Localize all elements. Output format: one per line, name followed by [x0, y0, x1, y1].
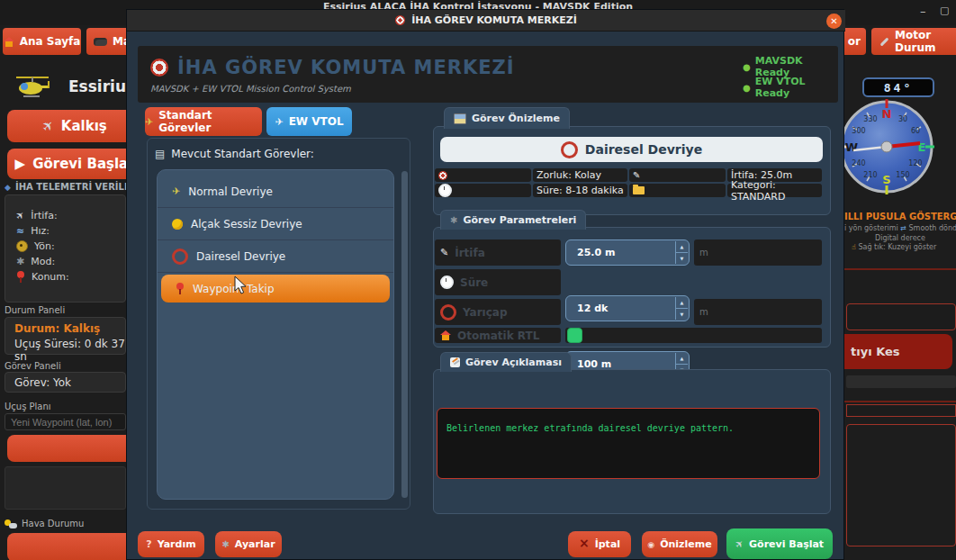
hava-durumu-button[interactable]: [7, 533, 142, 560]
x-icon: [579, 538, 590, 550]
plane-icon: [172, 185, 180, 197]
param-yaricap-unit: m: [694, 299, 822, 325]
iptal-button[interactable]: İptal: [568, 531, 631, 557]
mission-list-groupbox: Mevcut Standart Görevler: Normal Devriye…: [147, 138, 410, 510]
compass-gauge[interactable]: 30 60 120 150 210 240 300 330 N E S W: [844, 99, 934, 194]
red-circle-icon: [440, 304, 456, 321]
durum-panel: Durum: Kalkış Uçuş Süresi: 0 dk 37 sn: [5, 317, 126, 355]
info-icon-cell: [435, 168, 531, 182]
question-icon: [146, 538, 151, 550]
info-icon-cell: [629, 168, 726, 182]
green-dot-icon: [743, 62, 751, 72]
play-icon: [15, 156, 26, 172]
nav-motor-durum-button[interactable]: Motor Durum: [871, 28, 956, 55]
maximize-icon[interactable]: ▢: [940, 5, 949, 16]
compass-icon: [16, 240, 28, 252]
compass-hub: [881, 141, 892, 152]
modal-header: İHA GÖREV KOMUTA MERKEZİ MAVSDK + EW VTO…: [138, 46, 838, 103]
spin-up-icon[interactable]: ▲: [676, 241, 688, 253]
shush-icon: [172, 219, 183, 230]
bg-red-box-3: [846, 424, 956, 546]
mouse-cursor: [234, 275, 248, 295]
nav-motor-durum-label: Motor Durum: [895, 29, 956, 54]
description-textarea[interactable]: Belirlenen merkez etrafında dairesel dev…: [437, 408, 820, 479]
picture-icon: [454, 113, 466, 124]
param-sure-spinner[interactable]: 12 dk ▲▼: [565, 295, 690, 321]
param-label-irtifa: İrtifa: [435, 239, 561, 266]
sidebar-gorevi-baslat-button[interactable]: Görevi Başlat: [7, 149, 142, 179]
mission-item-alcak-sessiz[interactable]: Alçak Sessiz Devriye: [158, 208, 393, 240]
spin-down-icon[interactable]: ▼: [676, 253, 688, 264]
info-icon-cell: [435, 184, 531, 197]
param-label-rtl: Otomatik RTL: [435, 328, 561, 343]
modal-titlebar[interactable]: İHA GÖREV KOMUTA MERKEZİ: [127, 10, 845, 32]
pin-icon: [176, 283, 185, 294]
hand-icon: [852, 243, 856, 251]
spin-up-icon[interactable]: ▲: [676, 353, 688, 365]
mission-item-waypoint-takip[interactable]: Waypoint Takip: [161, 275, 390, 303]
durum-status: Durum: Kalkış: [14, 322, 125, 335]
waypoint-list[interactable]: [5, 466, 126, 510]
spin-down-icon[interactable]: ▼: [676, 309, 688, 320]
mission-item-normal-devriye[interactable]: Normal Devriye: [158, 176, 393, 208]
durum-paneli-title: Durum Paneli: [5, 305, 65, 315]
close-icon: ✕: [830, 16, 837, 26]
modal-close-button[interactable]: ✕: [826, 14, 842, 29]
kalkis-label: Kalkış: [61, 118, 107, 134]
bg-red-box-2: [846, 404, 956, 417]
spin-up-icon[interactable]: ▲: [676, 297, 688, 309]
add-waypoint-button[interactable]: [7, 435, 142, 462]
eye-icon: [647, 540, 654, 549]
home-icon: [440, 330, 451, 340]
gear-icon: [221, 539, 229, 549]
gorev-panel: Görev: Yok: [5, 372, 126, 393]
header-title: İHA GÖREV KOMUTA MERKEZİ: [177, 57, 515, 78]
minimize-icon[interactable]: –: [920, 5, 926, 18]
info-zorluk: Zorluk: Kolay: [533, 168, 627, 182]
mission-banner: Dairesel Devriye: [440, 137, 823, 162]
cardinal-w: W: [845, 140, 858, 154]
waypoint-input[interactable]: [5, 413, 126, 430]
nav-ana-sayfa-button[interactable]: Ana Sayfa: [3, 28, 81, 55]
ucus-plani-title: Uçuş Planı: [5, 402, 51, 411]
ayarlar-button[interactable]: Ayarlar: [215, 531, 282, 557]
bg-gray-box: [846, 375, 956, 388]
header-title-row: İHA GÖREV KOMUTA MERKEZİ: [150, 57, 515, 78]
sync-icon: [900, 224, 906, 232]
info-kategori: Kategori: STANDARD: [727, 184, 822, 197]
deg-300: 300: [852, 127, 865, 135]
mission-list: Normal Devriye Alçak Sessiz Devriye Dair…: [157, 169, 394, 500]
tab-standart-gorevler[interactable]: Standart Görevler: [145, 107, 262, 136]
home-icon: [4, 37, 14, 47]
tab-ew-vtol[interactable]: EW VTOL: [266, 107, 352, 136]
deg-240: 240: [852, 159, 865, 167]
hava-durumu-title: Hava Durumu: [5, 519, 84, 528]
pusula-line1: i yön gösterimi Smooth döndürme: [844, 224, 956, 232]
yardim-button[interactable]: Yardım: [138, 531, 204, 557]
modal-title: İHA GÖREV KOMUTA MERKEZİ: [411, 14, 577, 26]
target-icon: [150, 59, 168, 77]
red-circle-icon: [172, 248, 188, 265]
target-icon: [438, 171, 447, 180]
rocket-icon: [16, 210, 24, 221]
telemetry-irtifa: İrtifa:: [16, 208, 125, 223]
target-icon: [395, 15, 405, 25]
gorevi-baslat-button[interactable]: Görevi Başlat: [726, 528, 833, 559]
kalkis-button[interactable]: Kalkış: [7, 110, 142, 142]
pencil-icon: [440, 247, 448, 258]
mission-list-scrollbar[interactable]: [401, 171, 408, 498]
baglantiyi-kes-button[interactable]: tıyı Kes: [844, 334, 952, 369]
pin-icon: [16, 271, 25, 283]
mission-list-header: Mevcut Standart Görevler:: [155, 148, 314, 160]
telemetry-konum: Konum:: [16, 269, 125, 285]
preview-tab: Görev Önizleme: [444, 107, 570, 129]
onizleme-button[interactable]: Önizleme: [642, 531, 717, 557]
mission-item-dairesel[interactable]: Dairesel Devriye: [158, 240, 393, 273]
plane-icon: [145, 116, 153, 128]
rtl-checkbox[interactable]: [567, 328, 582, 343]
divider: [844, 268, 956, 270]
alarm-icon: [440, 275, 454, 289]
red-circle-icon: [561, 141, 578, 158]
telemetry-yon: Yön:: [16, 239, 125, 254]
param-irtifa-spinner[interactable]: 25.0 m ▲▼: [565, 239, 690, 266]
